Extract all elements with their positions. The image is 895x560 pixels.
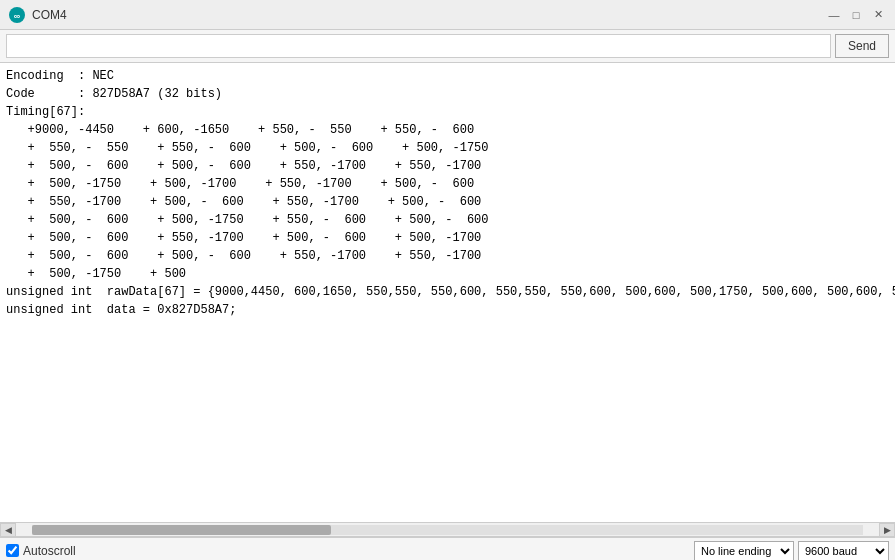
app-logo-icon: ∞ bbox=[8, 6, 26, 24]
autoscroll-area: Autoscroll bbox=[6, 544, 76, 558]
scrollbar-track[interactable] bbox=[32, 525, 863, 535]
title-bar: ∞ COM4 — □ ✕ bbox=[0, 0, 895, 30]
autoscroll-checkbox[interactable] bbox=[6, 544, 19, 557]
maximize-button[interactable]: □ bbox=[847, 6, 865, 24]
svg-text:∞: ∞ bbox=[14, 11, 21, 21]
output-area: Encoding : NEC Code : 827D58A7 (32 bits)… bbox=[0, 63, 895, 523]
autoscroll-label: Autoscroll bbox=[23, 544, 76, 558]
scroll-right-button[interactable]: ▶ bbox=[879, 523, 895, 537]
minimize-button[interactable]: — bbox=[825, 6, 843, 24]
status-right: No line ending Newline Carriage return B… bbox=[694, 541, 889, 561]
baud-rate-select[interactable]: 300 baud 1200 baud 2400 baud 4800 baud 9… bbox=[798, 541, 889, 561]
scroll-left-button[interactable]: ◀ bbox=[0, 523, 16, 537]
window-title: COM4 bbox=[32, 8, 67, 22]
line-ending-select[interactable]: No line ending Newline Carriage return B… bbox=[694, 541, 794, 561]
title-bar-left: ∞ COM4 bbox=[8, 6, 67, 24]
close-button[interactable]: ✕ bbox=[869, 6, 887, 24]
input-row: Send bbox=[0, 30, 895, 63]
window-controls: — □ ✕ bbox=[825, 6, 887, 24]
status-bar: Autoscroll No line ending Newline Carria… bbox=[0, 537, 895, 560]
serial-input[interactable] bbox=[6, 34, 831, 58]
horizontal-scrollbar[interactable]: ◀ ▶ bbox=[0, 523, 895, 537]
scrollbar-thumb[interactable] bbox=[32, 525, 331, 535]
send-button[interactable]: Send bbox=[835, 34, 889, 58]
